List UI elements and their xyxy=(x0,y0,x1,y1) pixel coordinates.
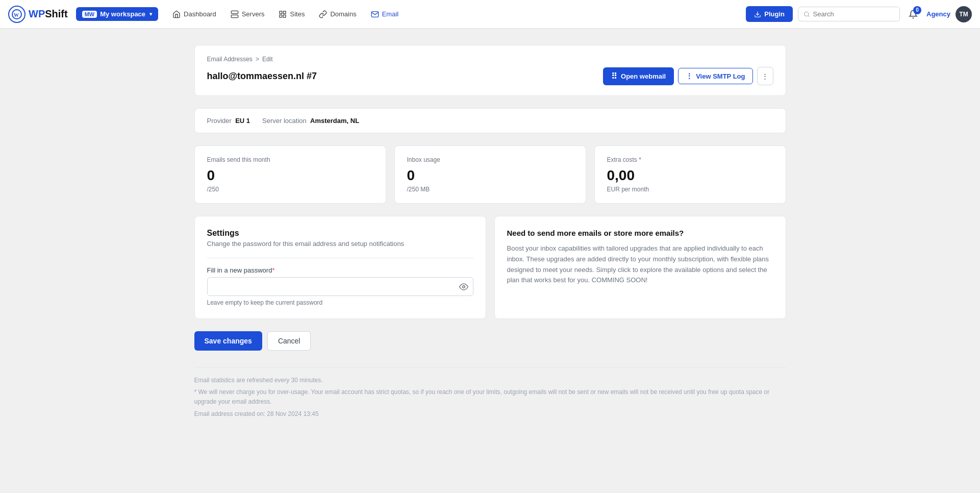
chevron-down-icon: ▾ xyxy=(149,11,152,17)
navbar: W WPShift MW My workspace ▾ Dashboard Se… xyxy=(0,0,980,29)
search-input[interactable] xyxy=(813,10,894,18)
footer-divider xyxy=(194,367,786,367)
header-actions: ⠿ Open webmail ⋮ View SMTP Log ⋮ xyxy=(603,67,773,85)
stat-inbox-sub: /250 MB xyxy=(407,186,573,193)
nav-servers[interactable]: Servers xyxy=(224,7,271,21)
charge-note: * We will never charge you for over-usag… xyxy=(194,387,786,407)
stat-inbox-usage: Inbox usage 0 /250 MB xyxy=(394,145,586,204)
logo: W WPShift xyxy=(8,6,68,23)
stat-inbox-value: 0 xyxy=(407,167,573,184)
stat-extra-costs: Extra costs * 0,00 EUR per month xyxy=(594,145,786,204)
svg-rect-2 xyxy=(231,11,238,13)
refresh-note: Email statistics are refreshed every 30 … xyxy=(194,376,786,385)
password-hint: Leave empty to keep the current password xyxy=(207,299,473,306)
server-location-value: Amsterdam, NL xyxy=(310,117,359,125)
provider-row: Provider EU 1 Server location Amsterdam,… xyxy=(194,108,786,133)
main-content: Email Addresses > Edit hallo@tommaessen.… xyxy=(133,29,847,437)
breadcrumb-parent[interactable]: Email Addresses xyxy=(207,56,253,63)
provider-label: Provider EU 1 xyxy=(207,117,250,125)
page-title-row: hallo@tommaessen.nl #7 ⠿ Open webmail ⋮ … xyxy=(207,67,773,85)
view-smtp-button[interactable]: ⋮ View SMTP Log xyxy=(678,68,752,84)
nav-links: Dashboard Servers Sites Domains Email xyxy=(166,7,405,21)
grid-icon xyxy=(279,10,287,18)
svg-text:W: W xyxy=(14,12,19,18)
stat-costs-sub: EUR per month xyxy=(607,186,773,193)
stat-inbox-label: Inbox usage xyxy=(407,156,573,163)
provider-value: EU 1 xyxy=(235,117,250,125)
actions-row: Save changes Cancel xyxy=(194,331,786,351)
password-input[interactable] xyxy=(207,277,473,296)
search-icon xyxy=(803,11,810,18)
logo-shift-text: Shift xyxy=(45,8,67,19)
agency-button[interactable]: Agency xyxy=(926,10,950,18)
nav-sites[interactable]: Sites xyxy=(272,7,311,21)
settings-description: Change the password for this email addre… xyxy=(207,240,473,248)
nav-dashboard[interactable]: Dashboard xyxy=(166,7,222,21)
breadcrumb-current: Edit xyxy=(262,56,273,63)
stat-emails-value: 0 xyxy=(207,167,373,184)
avatar: TM xyxy=(956,6,972,22)
workspace-button[interactable]: MW My workspace ▾ xyxy=(76,7,158,21)
svg-rect-3 xyxy=(231,15,238,17)
nav-domains[interactable]: Domains xyxy=(313,7,362,21)
more-options-button[interactable]: ⋮ xyxy=(757,67,773,85)
footer-notes: Email statistics are refreshed every 30 … xyxy=(194,376,786,419)
notification-badge: 0 xyxy=(913,6,921,14)
svg-point-13 xyxy=(462,285,465,288)
svg-line-12 xyxy=(808,15,809,16)
svg-rect-7 xyxy=(284,11,286,14)
home-icon xyxy=(172,10,181,18)
toggle-password-button[interactable] xyxy=(459,282,468,291)
download-icon xyxy=(754,11,761,18)
vertical-dots-icon: ⋮ xyxy=(762,72,768,80)
stat-emails-sent: Emails send this month 0 /250 xyxy=(194,145,386,204)
workspace-label: My workspace xyxy=(100,10,145,18)
nav-right: Plugin 0 Agency TM xyxy=(746,6,972,22)
bottom-row: Settings Change the password for this em… xyxy=(194,216,786,319)
stat-emails-label: Emails send this month xyxy=(207,156,373,163)
stat-costs-label: Extra costs * xyxy=(607,156,773,163)
promo-title: Need to send more emails or store more e… xyxy=(507,229,773,237)
svg-rect-8 xyxy=(280,15,282,17)
required-marker: * xyxy=(272,266,274,274)
settings-title: Settings xyxy=(207,229,473,238)
page-header: Email Addresses > Edit hallo@tommaessen.… xyxy=(194,45,786,96)
cancel-button[interactable]: Cancel xyxy=(267,331,311,351)
breadcrumb: Email Addresses > Edit xyxy=(207,56,773,63)
server-icon xyxy=(231,10,239,18)
svg-rect-6 xyxy=(280,11,282,14)
password-wrapper xyxy=(207,277,473,296)
dots-icon: ⠿ xyxy=(611,71,618,81)
workspace-badge: MW xyxy=(82,11,97,18)
settings-card: Settings Change the password for this em… xyxy=(194,216,486,319)
plugin-button[interactable]: Plugin xyxy=(746,6,793,22)
logo-icon: W xyxy=(8,6,26,23)
eye-icon xyxy=(459,282,468,291)
notification-button[interactable]: 0 xyxy=(905,6,921,22)
open-webmail-button[interactable]: ⠿ Open webmail xyxy=(603,67,674,85)
breadcrumb-sep: > xyxy=(256,56,259,63)
server-location-label: Server location Amsterdam, NL xyxy=(262,117,359,125)
logo-wp-text: WP xyxy=(29,8,45,19)
stat-emails-sub: /250 xyxy=(207,186,373,193)
svg-rect-9 xyxy=(284,15,286,17)
divider xyxy=(207,258,473,258)
list-icon: ⋮ xyxy=(686,72,693,80)
password-field-label: Fill in a new password* xyxy=(207,266,473,274)
link-icon xyxy=(319,10,327,18)
created-note: Email address created on: 28 Nov 2024 13… xyxy=(194,409,786,419)
save-changes-button[interactable]: Save changes xyxy=(194,331,262,351)
search-box[interactable] xyxy=(798,7,900,21)
promo-card: Need to send more emails or store more e… xyxy=(494,216,786,319)
stats-row: Emails send this month 0 /250 Inbox usag… xyxy=(194,145,786,204)
page-title: hallo@tommaessen.nl #7 xyxy=(207,71,317,82)
stat-costs-value: 0,00 xyxy=(607,167,773,184)
promo-text: Boost your inbox capabilities with tailo… xyxy=(507,243,773,286)
mail-icon xyxy=(371,10,379,18)
nav-email[interactable]: Email xyxy=(365,7,405,21)
svg-point-11 xyxy=(805,12,809,16)
